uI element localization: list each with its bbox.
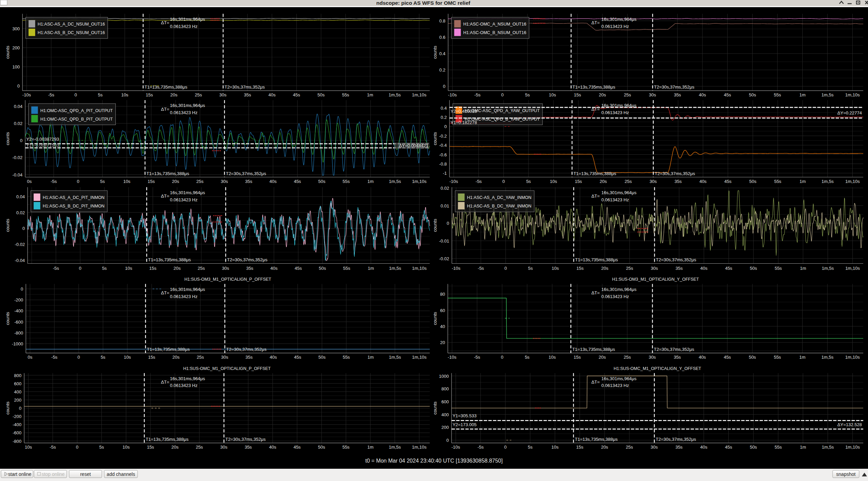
svg-text:T1=13s,735ms,388μs: T1=13s,735ms,388μs (573, 171, 616, 176)
svg-text:-600: -600 (14, 320, 23, 325)
svg-text:Y2=-0.00387293: Y2=-0.00387293 (26, 137, 59, 142)
svg-text:0: 0 (501, 92, 504, 97)
svg-text:35s: 35s (245, 179, 252, 184)
svg-text:T1=13s,735ms,388μs: T1=13s,735ms,388μs (146, 437, 189, 442)
svg-text:35s: 35s (244, 445, 252, 450)
svg-text:30s: 30s (651, 445, 658, 450)
svg-text:25s: 25s (197, 355, 204, 360)
svg-text:-200: -200 (13, 414, 21, 419)
svg-text:45s: 45s (294, 355, 301, 360)
svg-text:0.2: 0.2 (439, 67, 445, 73)
svg-text:counts: counts (432, 401, 438, 415)
svg-text:15s: 15s (146, 92, 153, 97)
svg-text:T2=30s,37ms,352μs: T2=30s,37ms,352μs (656, 257, 696, 262)
svg-text:ΔT=: ΔT= (591, 107, 600, 112)
svg-text:1m,10s: 1m,10s (845, 179, 860, 184)
svg-text:ΔT=: ΔT= (591, 193, 600, 199)
svg-text:T2=30s,37ms,352μs: T2=30s,37ms,352μs (224, 84, 265, 90)
svg-text:T2=30s,37ms,352μs: T2=30s,37ms,352μs (654, 84, 695, 90)
svg-text:0.02: 0.02 (14, 121, 22, 126)
svg-text:10s: 10s (123, 445, 130, 450)
svg-text:-5s: -5s (48, 92, 54, 97)
svg-text:30s: 30s (219, 92, 226, 97)
svg-text:T2=30s,37ms,352μs: T2=30s,37ms,352μs (226, 347, 267, 352)
svg-text:45s: 45s (724, 355, 731, 360)
svg-text:T2=30s,37ms,352μs: T2=30s,37ms,352μs (656, 437, 696, 442)
svg-text:0.4: 0.4 (439, 51, 445, 56)
svg-text:T1=13s,735ms,388μs: T1=13s,735ms,388μs (148, 257, 191, 262)
svg-text:35s: 35s (246, 266, 253, 271)
svg-text:20s: 20s (600, 179, 607, 184)
svg-text:55s: 55s (343, 266, 350, 271)
svg-text:16s,301ms,964μs: 16s,301ms,964μs (170, 190, 205, 195)
svg-text:T1=13s,735ms,388μs: T1=13s,735ms,388μs (572, 84, 615, 90)
svg-text:1m: 1m (799, 355, 805, 360)
svg-text:40s: 40s (268, 92, 275, 97)
svg-text:T1=13s,735ms,388μs: T1=13s,735ms,388μs (146, 171, 189, 176)
svg-text:1m,10s: 1m,10s (845, 355, 860, 360)
svg-text:20s: 20s (601, 266, 609, 271)
svg-text:16s,301ms,964μs: 16s,301ms,964μs (601, 376, 636, 381)
svg-text:5s: 5s (102, 266, 107, 271)
svg-text:20s: 20s (171, 445, 178, 450)
svg-text:0: 0 (79, 266, 81, 271)
svg-text:-5s: -5s (50, 445, 56, 450)
svg-text:1m,5s: 1m,5s (389, 266, 401, 271)
svg-text:1m,10s: 1m,10s (412, 355, 427, 360)
svg-text:Y2=173.005: Y2=173.005 (453, 422, 476, 427)
svg-text:1m,5s: 1m,5s (389, 445, 401, 450)
svg-text:16s,301ms,964μs: 16s,301ms,964μs (170, 17, 205, 22)
svg-text:-10s: -10s (452, 266, 461, 271)
svg-text:40: 40 (440, 324, 445, 329)
svg-text:-0.6: -0.6 (439, 152, 447, 157)
svg-text:40s: 40s (700, 445, 707, 450)
svg-text:0: 0 (504, 266, 507, 271)
svg-text:-1: -1 (443, 171, 447, 176)
svg-text:ΔT=: ΔT= (161, 107, 169, 112)
svg-text:1m: 1m (367, 92, 373, 97)
svg-text:0: 0 (20, 138, 22, 143)
svg-text:-1000: -1000 (12, 341, 23, 346)
svg-text:35s: 35s (674, 92, 681, 97)
svg-text:40s: 40s (269, 179, 277, 184)
svg-text:50s: 50s (749, 355, 756, 360)
svg-text:0.4: 0.4 (441, 106, 447, 111)
svg-text:40s: 40s (270, 355, 277, 360)
svg-text:counts: counts (432, 46, 438, 59)
svg-text:30s: 30s (650, 179, 657, 184)
svg-text:add channels: add channels (107, 471, 135, 477)
svg-text:45s: 45s (295, 266, 302, 271)
svg-text:10s: 10s (550, 179, 557, 184)
svg-text:50s: 50s (319, 266, 326, 271)
svg-text:55s: 55s (774, 92, 781, 97)
svg-text:H1:ASC-AS_B_DC_YAW_INMON: H1:ASC-AS_B_DC_YAW_INMON (467, 204, 532, 208)
svg-text:-400: -400 (14, 308, 23, 313)
svg-text:-200: -200 (14, 297, 23, 302)
svg-text:H1:OMC-ASC_QPD_B_PIT_OUTPUT: H1:OMC-ASC_QPD_B_PIT_OUTPUT (41, 117, 113, 122)
svg-text:ΔT=: ΔT= (591, 379, 600, 385)
svg-text:T2=30s,37ms,352μs: T2=30s,37ms,352μs (654, 347, 694, 352)
svg-text:30s: 30s (221, 179, 228, 184)
svg-text:0: 0 (444, 124, 447, 129)
svg-text:0.0613423 Hz: 0.0613423 Hz (601, 197, 629, 202)
svg-text:40s: 40s (699, 355, 706, 360)
svg-text:-10s: -10s (448, 92, 457, 97)
svg-text:0: 0 (21, 286, 23, 292)
svg-text:T1=13s,735ms,388μs: T1=13s,735ms,388μs (575, 437, 618, 442)
svg-text:30s: 30s (649, 92, 656, 97)
svg-text:10s: 10s (121, 92, 128, 97)
svg-text:-0.01: -0.01 (439, 238, 449, 244)
svg-text:t0 = Mon Mar 04 2024 23:40:40: t0 = Mon Mar 04 2024 23:40:40 UTC [13936… (365, 458, 503, 464)
svg-text:5s: 5s (99, 445, 104, 450)
svg-text:300: 300 (12, 26, 20, 31)
svg-text:40s: 40s (269, 445, 276, 450)
svg-text:1m: 1m (800, 266, 806, 271)
svg-text:15s: 15s (577, 266, 584, 271)
svg-text:10s: 10s (549, 92, 556, 97)
svg-text:15s: 15s (575, 179, 582, 184)
svg-text:40s: 40s (270, 266, 278, 271)
svg-text:5s: 5s (101, 355, 106, 360)
svg-text:55s: 55s (343, 355, 350, 360)
svg-text:0.02: 0.02 (16, 210, 25, 215)
svg-text:45s: 45s (293, 92, 300, 97)
